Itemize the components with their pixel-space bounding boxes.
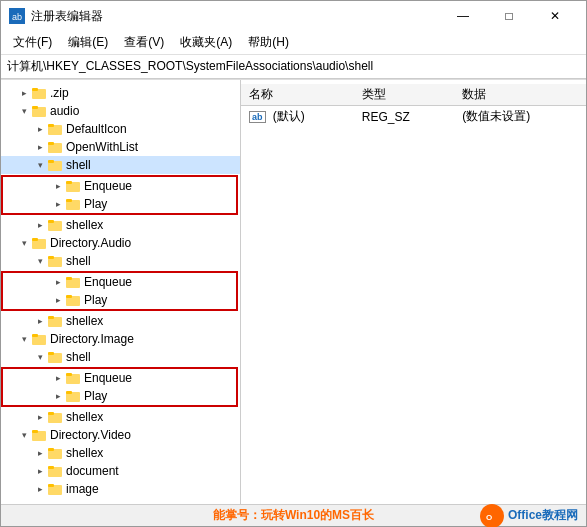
arrow-document [33, 462, 47, 480]
arrow-play2 [51, 291, 65, 309]
window-title: 注册表编辑器 [31, 8, 440, 25]
tree-item-zip[interactable]: .zip [1, 84, 240, 102]
svg-rect-29 [32, 334, 38, 337]
svg-rect-21 [48, 256, 54, 259]
address-bar: 计算机\HKEY_CLASSES_ROOT\SystemFileAssociat… [1, 55, 586, 79]
menu-edit[interactable]: 编辑(E) [60, 32, 116, 53]
tree-item-enqueue1[interactable]: Enqueue [3, 177, 236, 195]
arrow-zip [17, 84, 31, 102]
close-button[interactable]: ✕ [532, 1, 578, 31]
tree-panel[interactable]: .zip audio DefaultIcon [1, 80, 241, 504]
tree-item-shellex3[interactable]: shellex [1, 408, 240, 426]
tree-item-play2[interactable]: Play [3, 291, 236, 309]
tree-item-shellex1[interactable]: shellex [1, 216, 240, 234]
registry-editor-window: ab 注册表编辑器 — □ ✕ 文件(F) 编辑(E) 查看(V) 收藏夹(A)… [0, 0, 587, 527]
label-document: document [66, 464, 119, 478]
highlight-group-1: Enqueue Play [1, 175, 238, 215]
label-play3: Play [84, 389, 107, 403]
address-text: 计算机\HKEY_CLASSES_ROOT\SystemFileAssociat… [7, 58, 580, 75]
status-bar: 能掌号：玩转Win10的MS百长 O Office教程网 [1, 504, 586, 526]
cell-data: (数值未设置) [454, 106, 586, 128]
tree-item-image[interactable]: image [1, 480, 240, 498]
label-dir-video: Directory.Video [50, 428, 131, 442]
cell-name: ab (默认) [241, 106, 354, 128]
folder-icon-dir-audio [31, 235, 47, 251]
svg-rect-11 [48, 160, 54, 163]
tree-item-enqueue3[interactable]: Enqueue [3, 369, 236, 387]
tree-item-audio[interactable]: audio [1, 102, 240, 120]
registry-table: 名称 类型 数据 ab (默认) REG_SZ (数值未设置) [241, 84, 586, 127]
col-type: 类型 [354, 84, 454, 106]
menu-favorites[interactable]: 收藏夹(A) [172, 32, 240, 53]
folder-icon-openwithlist [47, 139, 63, 155]
tree-item-shellex2[interactable]: shellex [1, 312, 240, 330]
svg-rect-41 [48, 448, 54, 451]
folder-icon-play2 [65, 292, 81, 308]
table-row[interactable]: ab (默认) REG_SZ (数值未设置) [241, 106, 586, 128]
folder-icon-dir-image [31, 331, 47, 347]
tree-item-shell1[interactable]: shell [1, 156, 240, 174]
title-bar: ab 注册表编辑器 — □ ✕ [1, 1, 586, 31]
tree-item-enqueue2[interactable]: Enqueue [3, 273, 236, 291]
menu-file[interactable]: 文件(F) [5, 32, 60, 53]
folder-icon-audio [31, 103, 47, 119]
label-zip: .zip [50, 86, 69, 100]
arrow-defaulticon [33, 120, 47, 138]
arrow-shellex4 [33, 444, 47, 462]
col-data: 数据 [454, 84, 586, 106]
tree-item-shell2[interactable]: shell [1, 252, 240, 270]
arrow-audio [17, 102, 31, 120]
svg-rect-5 [32, 106, 38, 109]
cell-type: REG_SZ [354, 106, 454, 128]
folder-icon-play3 [65, 388, 81, 404]
menu-view[interactable]: 查看(V) [116, 32, 172, 53]
svg-rect-35 [66, 391, 72, 394]
svg-text:ab: ab [12, 12, 22, 22]
minimize-button[interactable]: — [440, 1, 486, 31]
right-panel: 名称 类型 数据 ab (默认) REG_SZ (数值未设置) [241, 80, 586, 504]
svg-rect-39 [32, 430, 38, 433]
folder-icon-image [47, 481, 63, 497]
arrow-enqueue1 [51, 177, 65, 195]
app-icon: ab [9, 8, 25, 24]
folder-icon-shell1 [47, 157, 63, 173]
tree-item-dir-audio[interactable]: Directory.Audio [1, 234, 240, 252]
tree-item-shellex4[interactable]: shellex [1, 444, 240, 462]
folder-icon-shellex2 [47, 313, 63, 329]
label-image: image [66, 482, 99, 496]
arrow-dir-audio [17, 234, 31, 252]
tree-item-play1[interactable]: Play [3, 195, 236, 213]
tree-item-dir-video[interactable]: Directory.Video [1, 426, 240, 444]
tree-item-shell3[interactable]: shell [1, 348, 240, 366]
label-enqueue3: Enqueue [84, 371, 132, 385]
tree-item-dir-image[interactable]: Directory.Image [1, 330, 240, 348]
label-defaulticon: DefaultIcon [66, 122, 127, 136]
svg-rect-25 [66, 295, 72, 298]
folder-icon-shell2 [47, 253, 63, 269]
arrow-shellex3 [33, 408, 47, 426]
label-shell2: shell [66, 254, 91, 268]
window-controls: — □ ✕ [440, 1, 578, 31]
cell-name-text: (默认) [273, 109, 305, 123]
tree-item-openwithlist[interactable]: OpenWithList [1, 138, 240, 156]
svg-text:O: O [486, 513, 492, 522]
arrow-shell3 [33, 348, 47, 366]
office-logo-icon: O [480, 504, 504, 528]
logo-area: O Office教程网 [480, 504, 578, 528]
label-shell1: shell [66, 158, 91, 172]
highlight-group-2: Enqueue Play [1, 271, 238, 311]
label-shellex2: shellex [66, 314, 103, 328]
svg-rect-3 [32, 88, 38, 91]
folder-icon-shellex1 [47, 217, 63, 233]
tree-item-document[interactable]: document [1, 462, 240, 480]
menu-help[interactable]: 帮助(H) [240, 32, 297, 53]
arrow-dir-image [17, 330, 31, 348]
maximize-button[interactable]: □ [486, 1, 532, 31]
tree-item-play3[interactable]: Play [3, 387, 236, 405]
tree-item-defaulticon[interactable]: DefaultIcon [1, 120, 240, 138]
arrow-play1 [51, 195, 65, 213]
folder-icon-enqueue2 [65, 274, 81, 290]
label-shellex3: shellex [66, 410, 103, 424]
folder-icon-enqueue1 [65, 178, 81, 194]
highlight-group-3: Enqueue Play [1, 367, 238, 407]
